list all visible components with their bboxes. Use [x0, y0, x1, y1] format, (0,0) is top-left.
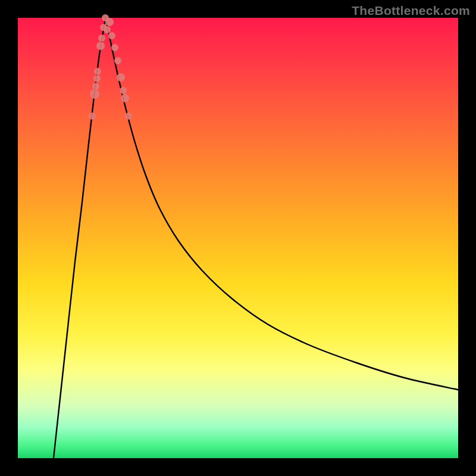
chart-container: TheBottleneck.com: [0, 0, 476, 476]
data-point-marker: [114, 57, 121, 64]
data-point-marker: [93, 75, 101, 82]
data-point-marker: [96, 42, 105, 50]
data-point-markers: [89, 14, 132, 120]
data-point-marker: [92, 83, 99, 90]
data-point-marker: [90, 89, 99, 99]
data-point-marker: [120, 87, 127, 94]
data-point-marker: [98, 35, 105, 42]
data-point-marker: [117, 73, 125, 82]
data-point-marker: [94, 68, 101, 75]
data-point-marker: [121, 94, 129, 102]
data-point-marker: [104, 26, 111, 33]
data-point-marker: [108, 32, 115, 39]
data-point-marker: [89, 112, 96, 120]
curve-right-branch: [105, 18, 458, 390]
watermark-text: TheBottleneck.com: [352, 4, 470, 18]
data-point-marker: [111, 44, 118, 51]
data-point-marker: [125, 112, 132, 120]
curve-svg: [18, 18, 458, 458]
plot-area: [18, 18, 458, 458]
data-point-marker: [105, 18, 114, 26]
